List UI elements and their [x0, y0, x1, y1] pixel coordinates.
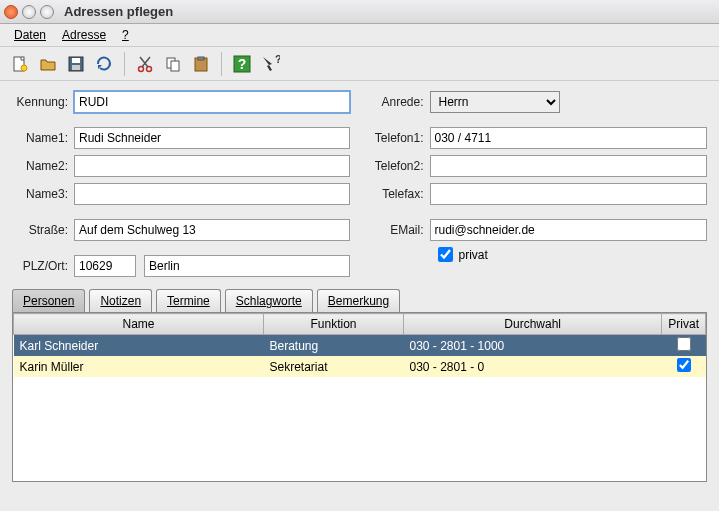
- cell-durchwahl: 030 - 2801 - 0: [404, 356, 662, 377]
- th-durchwahl[interactable]: Durchwahl: [404, 314, 662, 335]
- privat-row-checkbox[interactable]: [677, 358, 691, 372]
- menu-adresse[interactable]: Adresse: [56, 26, 112, 44]
- cell-funktion: Beratung: [264, 335, 404, 357]
- telefon2-field[interactable]: [430, 155, 708, 177]
- svg-point-1: [21, 65, 27, 71]
- svg-rect-4: [72, 65, 80, 70]
- whatsthis-icon[interactable]: ?: [258, 52, 282, 76]
- tab-notizen[interactable]: Notizen: [89, 289, 152, 312]
- tab-personen[interactable]: Personen: [12, 289, 85, 312]
- th-funktion[interactable]: Funktion: [264, 314, 404, 335]
- cell-name: Karin Müller: [14, 356, 264, 377]
- svg-text:?: ?: [275, 54, 280, 65]
- email-field[interactable]: [430, 219, 708, 241]
- telefon1-field[interactable]: [430, 127, 708, 149]
- cell-durchwahl: 030 - 2801 - 1000: [404, 335, 662, 357]
- name2-field[interactable]: [74, 155, 350, 177]
- label-plzort: PLZ/Ort:: [12, 259, 74, 273]
- titlebar: Adressen pflegen: [0, 0, 719, 24]
- tab-termine[interactable]: Termine: [156, 289, 221, 312]
- cell-name: Karl Schneider: [14, 335, 264, 357]
- minimize-icon[interactable]: [22, 5, 36, 19]
- tab-schlagworte[interactable]: Schlagworte: [225, 289, 313, 312]
- name1-field[interactable]: [74, 127, 350, 149]
- svg-rect-10: [198, 57, 204, 60]
- label-name1: Name1:: [12, 131, 74, 145]
- tabs: Personen Notizen Termine Schlagworte Bem…: [0, 289, 719, 312]
- privat-row-checkbox[interactable]: [677, 337, 691, 351]
- anrede-select[interactable]: Herrn: [430, 91, 560, 113]
- toolbar: ? ?: [0, 47, 719, 81]
- paste-icon[interactable]: [189, 52, 213, 76]
- name3-field[interactable]: [74, 183, 350, 205]
- plz-field[interactable]: [74, 255, 136, 277]
- label-telefon1: Telefon1:: [370, 131, 430, 145]
- label-telefax: Telefax:: [370, 187, 430, 201]
- label-email: EMail:: [370, 223, 430, 237]
- label-name2: Name2:: [12, 159, 74, 173]
- label-kennung: Kennung:: [12, 95, 74, 109]
- window-title: Adressen pflegen: [64, 4, 173, 19]
- help-icon[interactable]: ?: [230, 52, 254, 76]
- cell-privat: [662, 335, 706, 357]
- cell-funktion: Sekretariat: [264, 356, 404, 377]
- ort-field[interactable]: [144, 255, 350, 277]
- maximize-icon[interactable]: [40, 5, 54, 19]
- table-row[interactable]: Karin MüllerSekretariat030 - 2801 - 0: [14, 356, 706, 377]
- tab-bemerkung[interactable]: Bemerkung: [317, 289, 400, 312]
- menu-help[interactable]: ?: [116, 26, 135, 44]
- label-anrede: Anrede:: [370, 95, 430, 109]
- svg-rect-3: [72, 58, 80, 63]
- svg-rect-8: [171, 61, 179, 71]
- svg-text:?: ?: [238, 56, 247, 72]
- label-privat: privat: [459, 248, 488, 262]
- form-area: Kennung: Name1: Name2: Name3: Straße: PL…: [0, 81, 719, 289]
- label-strasse: Straße:: [12, 223, 74, 237]
- new-icon[interactable]: [8, 52, 32, 76]
- table-row[interactable]: Karl SchneiderBeratung030 - 2801 - 1000: [14, 335, 706, 357]
- save-icon[interactable]: [64, 52, 88, 76]
- telefax-field[interactable]: [430, 183, 708, 205]
- menubar: Daten Adresse ?: [0, 24, 719, 47]
- label-telefon2: Telefon2:: [370, 159, 430, 173]
- close-icon[interactable]: [4, 5, 18, 19]
- strasse-field[interactable]: [74, 219, 350, 241]
- cut-icon[interactable]: [133, 52, 157, 76]
- kennung-field[interactable]: [74, 91, 350, 113]
- th-name[interactable]: Name: [14, 314, 264, 335]
- persons-table: Name Funktion Durchwahl Privat Karl Schn…: [12, 312, 707, 482]
- copy-icon[interactable]: [161, 52, 185, 76]
- menu-daten[interactable]: Daten: [8, 26, 52, 44]
- cell-privat: [662, 356, 706, 377]
- privat-checkbox[interactable]: [438, 247, 453, 262]
- label-name3: Name3:: [12, 187, 74, 201]
- refresh-icon[interactable]: [92, 52, 116, 76]
- open-icon[interactable]: [36, 52, 60, 76]
- th-privat[interactable]: Privat: [662, 314, 706, 335]
